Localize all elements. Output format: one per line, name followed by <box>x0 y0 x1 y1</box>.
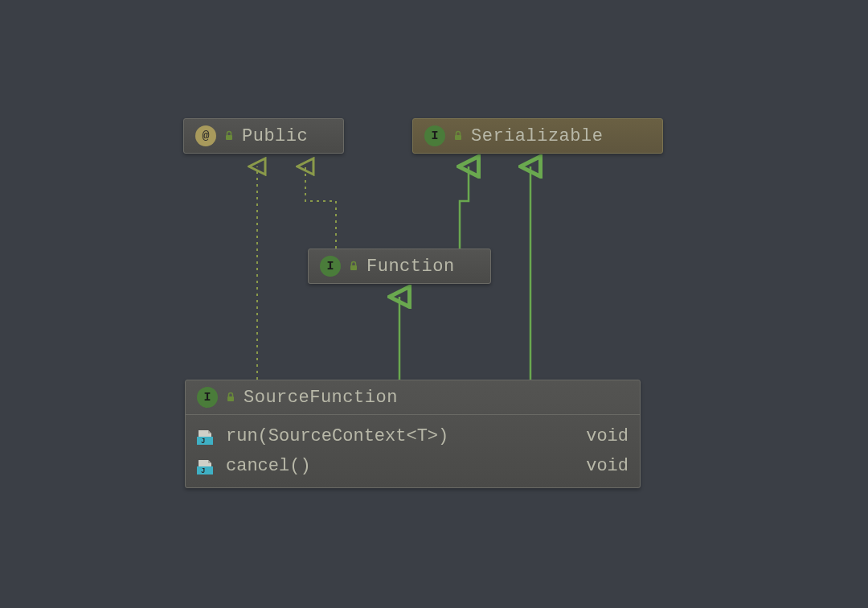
node-public[interactable]: @ Public <box>183 118 344 154</box>
svg-rect-1 <box>455 135 461 140</box>
java-file-icon: J <box>197 429 216 445</box>
method-return-type: void <box>586 456 628 476</box>
node-sourcefunction[interactable]: I SourceFunction J run(SourceContext<T>)… <box>185 380 641 488</box>
node-function[interactable]: I Function <box>308 249 491 284</box>
annotation-icon: @ <box>195 125 216 146</box>
method-row[interactable]: J run(SourceContext<T>) void <box>186 421 640 451</box>
node-label: Public <box>242 126 308 146</box>
method-row[interactable]: J cancel() void <box>186 451 640 481</box>
java-file-icon: J <box>197 458 216 474</box>
method-return-type: void <box>586 426 628 446</box>
interface-icon: I <box>197 387 218 408</box>
interface-icon: I <box>320 256 341 277</box>
node-serializable[interactable]: I Serializable <box>412 118 663 154</box>
method-name: run(SourceContext<T>) <box>226 426 552 446</box>
method-name: cancel() <box>226 456 552 476</box>
lock-icon <box>452 129 465 142</box>
node-label: SourceFunction <box>244 388 398 408</box>
hierarchy-connectors <box>0 0 868 608</box>
interface-icon: I <box>424 125 445 146</box>
lock-icon <box>223 129 235 142</box>
svg-text:J: J <box>201 438 205 445</box>
node-label: Serializable <box>471 126 603 146</box>
node-label: Function <box>366 257 455 277</box>
svg-rect-3 <box>227 396 234 401</box>
lock-icon <box>224 391 237 404</box>
svg-rect-2 <box>350 265 357 270</box>
lock-icon <box>347 260 360 273</box>
svg-rect-0 <box>226 135 232 140</box>
method-list: J run(SourceContext<T>) void J cancel() … <box>186 415 640 487</box>
svg-text:J: J <box>201 467 205 474</box>
